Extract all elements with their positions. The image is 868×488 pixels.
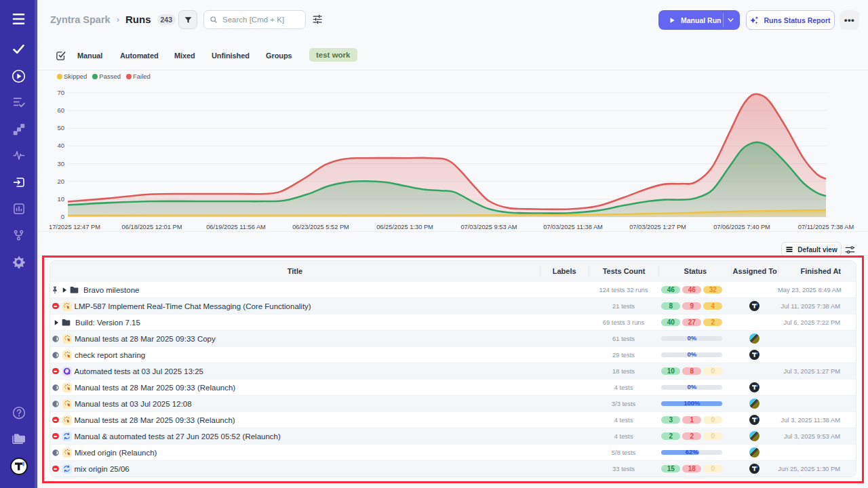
svg-text:07/03/2025 1:27 PM: 07/03/2025 1:27 PM [629, 224, 686, 230]
svg-text:20: 20 [57, 178, 64, 185]
svg-text:40: 40 [57, 142, 64, 149]
svg-text:50: 50 [57, 124, 64, 131]
svg-text:17/2025 12:47 PM: 17/2025 12:47 PM [49, 224, 100, 230]
svg-text:10: 10 [57, 195, 64, 203]
svg-text:07/03/2025 11:38 AM: 07/03/2025 11:38 AM [543, 224, 603, 230]
svg-text:0: 0 [61, 213, 64, 220]
svg-text:06/19/2025 11:56 AM: 06/19/2025 11:56 AM [206, 224, 266, 230]
svg-text:07/06/2025 7:40 PM: 07/06/2025 7:40 PM [713, 224, 770, 230]
svg-text:07/11/2025 7:38 AM: 07/11/2025 7:38 AM [798, 224, 854, 230]
svg-text:06/18/2025 12:01 PM: 06/18/2025 12:01 PM [122, 224, 182, 230]
svg-text:07/03/2025 9:53 AM: 07/03/2025 9:53 AM [460, 224, 517, 230]
svg-text:70: 70 [57, 89, 64, 96]
svg-text:06/23/2025 5:52 PM: 06/23/2025 5:52 PM [292, 224, 349, 230]
svg-text:30: 30 [57, 160, 64, 167]
svg-text:60: 60 [57, 106, 64, 114]
svg-text:06/25/2025 1:30 PM: 06/25/2025 1:30 PM [376, 224, 433, 230]
